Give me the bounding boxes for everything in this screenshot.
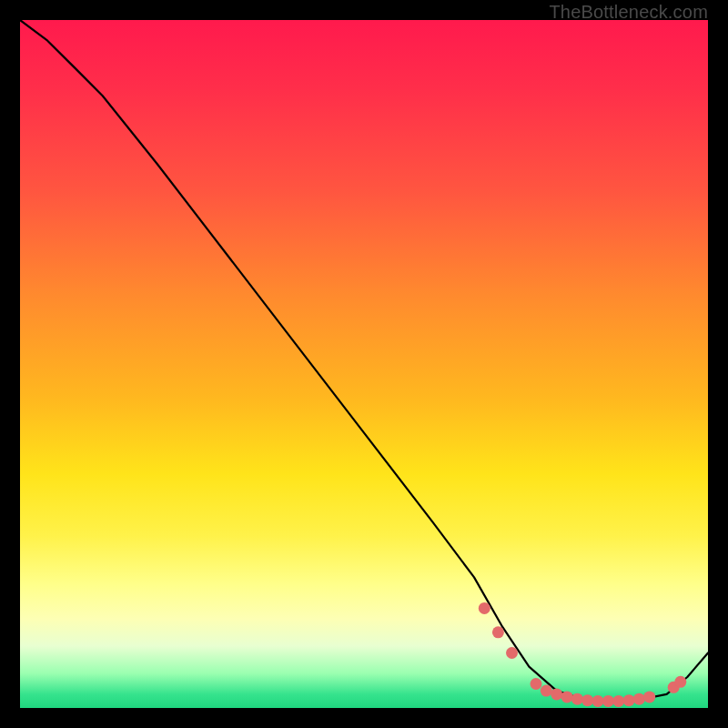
curve-marker bbox=[561, 691, 573, 703]
curve-marker bbox=[612, 695, 624, 707]
plot-area bbox=[20, 20, 708, 708]
bottleneck-curve bbox=[20, 20, 708, 701]
curve-marker bbox=[623, 694, 635, 706]
curve-marker bbox=[571, 693, 583, 705]
curve-marker bbox=[479, 602, 490, 614]
curve-marker bbox=[674, 676, 686, 688]
watermark-text: TheBottleneck.com bbox=[549, 2, 708, 23]
chart-frame: TheBottleneck.com bbox=[0, 0, 728, 728]
curve-marker bbox=[551, 688, 562, 700]
curve-marker bbox=[492, 626, 504, 638]
curve-marker bbox=[602, 695, 614, 707]
curve-markers bbox=[479, 602, 687, 707]
curve-marker bbox=[581, 694, 593, 706]
curve-marker bbox=[592, 695, 604, 707]
curve-layer bbox=[20, 20, 708, 708]
curve-marker bbox=[541, 685, 552, 697]
curve-marker bbox=[531, 678, 542, 690]
curve-marker bbox=[633, 693, 645, 705]
curve-marker bbox=[506, 647, 518, 659]
curve-marker bbox=[643, 691, 655, 703]
